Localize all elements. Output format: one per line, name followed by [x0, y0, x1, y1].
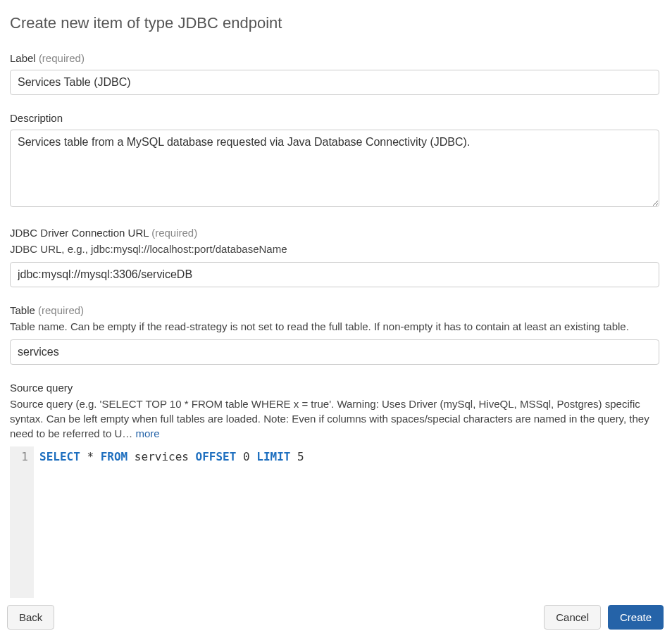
- label-required: (required): [39, 52, 85, 64]
- description-label: Description: [10, 112, 659, 124]
- label-input[interactable]: [10, 70, 659, 95]
- sql-token: 0: [236, 450, 256, 463]
- footer-bar: Back Cancel Create: [0, 598, 672, 638]
- jdbc-url-label: JDBC Driver Connection URL (required): [10, 227, 659, 239]
- line-number-1: 1: [17, 449, 28, 465]
- field-jdbc-url: JDBC Driver Connection URL (required) JD…: [10, 227, 659, 287]
- table-label-text: Table: [10, 304, 35, 316]
- field-source-query: Source query Source query (e.g. 'SELECT …: [10, 382, 659, 598]
- back-button[interactable]: Back: [7, 605, 54, 630]
- jdbc-url-required: (required): [151, 227, 197, 239]
- field-description: Description Services table from a MySQL …: [10, 112, 659, 210]
- table-required: (required): [38, 304, 84, 316]
- sql-keyword: FROM: [101, 450, 128, 463]
- page-title: Create new item of type JDBC endpoint: [10, 14, 659, 32]
- label-label-text: Label: [10, 52, 36, 64]
- code-gutter: 1: [10, 446, 34, 598]
- field-table: Table (required) Table name. Can be empt…: [10, 304, 659, 365]
- label-label: Label (required): [10, 52, 659, 64]
- sql-keyword: OFFSET: [196, 450, 237, 463]
- source-query-help: Source query (e.g. 'SELECT TOP 10 * FROM…: [10, 396, 659, 441]
- jdbc-url-label-text: JDBC Driver Connection URL: [10, 227, 149, 239]
- source-query-label: Source query: [10, 382, 659, 394]
- form-scroll-area[interactable]: Create new item of type JDBC endpoint La…: [0, 0, 672, 598]
- sql-keyword: LIMIT: [256, 450, 290, 463]
- table-help: Table name. Can be empty if the read-str…: [10, 319, 659, 334]
- sql-token: *: [80, 450, 101, 463]
- sql-token: services: [127, 450, 195, 463]
- table-label: Table (required): [10, 304, 659, 316]
- source-query-editor[interactable]: 1 SELECT * FROM services OFFSET 0 LIMIT …: [10, 446, 659, 598]
- create-button[interactable]: Create: [608, 605, 664, 630]
- jdbc-url-help: JDBC URL, e.g., jdbc:mysql://localhost:p…: [10, 242, 659, 256]
- table-input[interactable]: [10, 339, 659, 365]
- description-textarea[interactable]: Services table from a MySQL database req…: [10, 130, 659, 207]
- source-query-more-link[interactable]: more: [135, 427, 159, 439]
- field-label: Label (required): [10, 52, 659, 95]
- sql-token: 5: [290, 450, 304, 463]
- source-query-help-text: Source query (e.g. 'SELECT TOP 10 * FROM…: [10, 398, 649, 439]
- code-content[interactable]: SELECT * FROM services OFFSET 0 LIMIT 5: [34, 446, 659, 598]
- cancel-button[interactable]: Cancel: [544, 605, 601, 630]
- jdbc-url-input[interactable]: [10, 262, 659, 287]
- sql-keyword: SELECT: [39, 450, 80, 463]
